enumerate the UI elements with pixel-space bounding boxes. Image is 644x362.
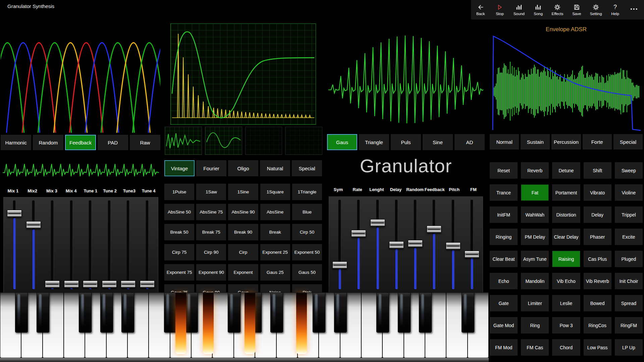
grain-shape-button[interactable]: Sine xyxy=(423,134,453,150)
piano-black-key[interactable] xyxy=(121,292,134,333)
slider-thumb[interactable] xyxy=(7,210,22,217)
effect-button[interactable]: Violine xyxy=(615,184,643,201)
effect-button[interactable]: Bowed xyxy=(584,295,611,311)
slider-thumb[interactable] xyxy=(102,281,117,288)
effect-button[interactable]: Cas Plus xyxy=(584,251,611,267)
wavetable-wave-button[interactable]: Blue xyxy=(292,204,322,220)
envelope-mode-button[interactable]: Forte xyxy=(583,134,612,149)
effect-button[interactable]: Asym Tune xyxy=(521,251,549,267)
wavetable-wave-button[interactable]: Exponent 75 xyxy=(164,264,194,281)
wave-thumbnail[interactable] xyxy=(205,127,242,155)
effects-button[interactable]: Effects xyxy=(548,0,567,19)
granulator-slider[interactable] xyxy=(368,199,387,291)
mixer-slider[interactable] xyxy=(5,199,24,291)
wavetable-wave-button[interactable]: 1Saw xyxy=(196,184,226,200)
help-button[interactable]: ? Help xyxy=(605,0,625,19)
oscillator-mode-button[interactable]: PAD xyxy=(98,135,128,150)
slider-thumb[interactable] xyxy=(83,281,98,288)
grain-shape-button[interactable]: Puls xyxy=(391,134,421,150)
envelope-mode-button[interactable]: Sustain xyxy=(521,134,550,149)
mixer-slider[interactable] xyxy=(62,199,81,291)
piano-black-key[interactable] xyxy=(164,292,177,333)
slider-thumb[interactable] xyxy=(26,221,41,229)
wavetable-wave-button[interactable]: Exponent 50 xyxy=(292,244,322,260)
effect-button[interactable]: Fat xyxy=(521,184,549,201)
wavetable-wave-button[interactable]: Exponent xyxy=(228,264,258,281)
wave-thumbnail[interactable] xyxy=(285,127,322,155)
slider-thumb[interactable] xyxy=(446,242,461,250)
slider-thumb[interactable] xyxy=(389,241,404,249)
effect-button[interactable]: Mandolin xyxy=(521,273,549,289)
piano-black-key[interactable] xyxy=(398,292,411,333)
effect-button[interactable]: Reset xyxy=(490,162,518,179)
effect-button[interactable]: Shift xyxy=(584,162,611,179)
stop-button[interactable]: Stop xyxy=(490,0,509,19)
mixer-slider[interactable] xyxy=(43,199,62,291)
slider-thumb[interactable] xyxy=(427,226,441,233)
effect-button[interactable]: Trippel xyxy=(615,206,643,223)
wavetable-wave-button[interactable]: Break 90 xyxy=(228,224,258,240)
effect-button[interactable]: Detune xyxy=(552,162,580,179)
grain-shape-button[interactable]: Gaus xyxy=(327,134,357,150)
sound-button[interactable]: Sound xyxy=(509,0,529,19)
piano-black-key[interactable] xyxy=(334,292,347,333)
mixer-slider[interactable] xyxy=(100,199,119,291)
more-button[interactable]: ••• xyxy=(625,0,644,19)
mixer-slider[interactable] xyxy=(138,199,157,291)
mixer-slider[interactable] xyxy=(81,199,100,291)
effect-button[interactable]: Pow 3 xyxy=(552,317,580,334)
piano-black-key[interactable] xyxy=(270,292,283,333)
wavetable-wave-button[interactable]: Cirp xyxy=(228,244,258,260)
effect-button[interactable]: LP Up xyxy=(615,339,643,356)
piano-black-key[interactable] xyxy=(15,292,28,333)
effect-button[interactable]: Limiter xyxy=(521,295,549,311)
effect-button[interactable]: Low Pass xyxy=(584,339,611,356)
effect-button[interactable]: Delay xyxy=(584,206,611,223)
slider-thumb[interactable] xyxy=(465,251,479,258)
effect-button[interactable]: Vib Reverb xyxy=(584,273,611,289)
piano-black-key[interactable] xyxy=(79,292,92,333)
wavetable-wave-button[interactable]: AbsSine 90 xyxy=(228,204,258,220)
granulator-slider[interactable] xyxy=(463,199,481,291)
slider-thumb[interactable] xyxy=(45,281,60,288)
piano-black-key[interactable] xyxy=(228,292,240,333)
piano-black-key[interactable] xyxy=(37,292,49,333)
piano-black-key[interactable] xyxy=(419,292,432,333)
granulator-slider[interactable] xyxy=(444,199,463,291)
grain-shape-button[interactable]: Triangle xyxy=(359,134,389,150)
effect-button[interactable]: Leslie xyxy=(552,295,580,311)
effect-button[interactable]: Vibrato xyxy=(584,184,611,201)
effect-button[interactable]: Distortion xyxy=(552,206,580,223)
effect-button[interactable]: Excite xyxy=(615,229,643,245)
envelope-mode-button[interactable]: Special xyxy=(613,134,643,149)
piano-black-key[interactable] xyxy=(313,292,325,333)
slider-thumb[interactable] xyxy=(64,281,79,288)
envelope-mode-button[interactable]: Percussion xyxy=(551,134,581,149)
setting-button[interactable]: Setting xyxy=(586,0,605,19)
effect-button[interactable]: RingFM xyxy=(615,317,643,334)
wavetable-wave-button[interactable]: AbsSine 50 xyxy=(164,204,194,220)
piano-black-key[interactable] xyxy=(185,292,198,333)
effect-button[interactable]: Phaser xyxy=(584,229,611,245)
granulator-slider[interactable] xyxy=(387,199,406,291)
granulator-slider[interactable] xyxy=(349,199,368,291)
wavetable-wave-button[interactable]: 1Sine xyxy=(228,184,258,200)
wavetable-wave-button[interactable]: Cirp 75 xyxy=(164,244,194,260)
grain-shape-button[interactable]: AD xyxy=(454,134,485,150)
slider-thumb[interactable] xyxy=(370,219,385,227)
wavetable-wave-button[interactable]: Exponent 25 xyxy=(260,244,290,260)
wavetable-wave-button[interactable]: Gaus 25 xyxy=(260,264,290,281)
wavetable-wave-button[interactable]: Exponent 90 xyxy=(196,264,226,281)
wavetable-bank-button[interactable]: Special xyxy=(292,160,322,176)
oscillator-mode-button[interactable]: Random xyxy=(33,135,63,150)
wavetable-wave-button[interactable]: Cirp 50 xyxy=(292,224,322,240)
wave-thumbnail[interactable] xyxy=(165,127,202,155)
slider-thumb[interactable] xyxy=(121,281,136,288)
wavetable-wave-button[interactable]: 1Square xyxy=(260,184,290,200)
wavetable-wave-button[interactable]: 1Triangle xyxy=(292,184,322,200)
granulator-slider[interactable] xyxy=(406,199,425,291)
effect-button[interactable]: PM Delay xyxy=(521,229,549,245)
effect-button[interactable]: Vib Echo xyxy=(552,273,580,289)
wavetable-bank-button[interactable]: Natural xyxy=(260,160,290,176)
piano-black-key[interactable] xyxy=(100,292,113,333)
